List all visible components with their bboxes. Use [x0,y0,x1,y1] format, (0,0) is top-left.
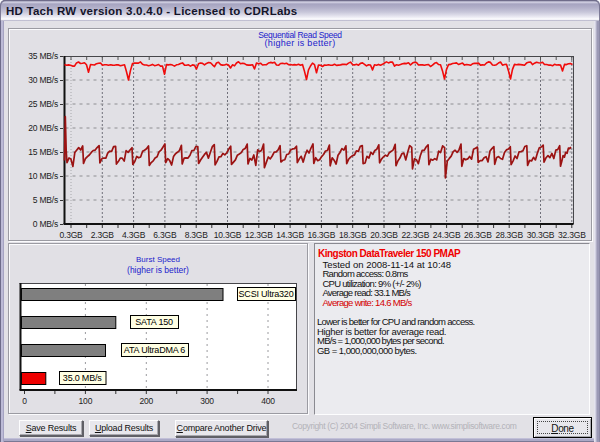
svg-text:20.3GB: 20.3GB [370,230,398,240]
svg-text:SATA 150: SATA 150 [135,317,173,327]
svg-text:0.3GB: 0.3GB [59,230,83,240]
svg-text:28.3GB: 28.3GB [495,230,523,240]
svg-text:0 MB/s: 0 MB/s [33,219,58,229]
svg-text:14.3GB: 14.3GB [276,230,304,240]
svg-text:ATA UltraDMA 6: ATA UltraDMA 6 [124,345,186,355]
svg-text:18.3GB: 18.3GB [339,230,367,240]
svg-text:16.3GB: 16.3GB [308,230,336,240]
svg-text:25 MB/s: 25 MB/s [28,99,58,109]
svg-text:100: 100 [79,396,93,406]
svg-text:8.3GB: 8.3GB [185,230,209,240]
svg-text:400: 400 [261,396,275,406]
svg-text:4.3GB: 4.3GB [122,230,146,240]
svg-text:10.3GB: 10.3GB [214,230,242,240]
svg-text:SCSI Ultra320: SCSI Ultra320 [239,289,294,299]
svg-text:6.3GB: 6.3GB [153,230,177,240]
svg-text:12.3GB: 12.3GB [245,230,273,240]
svg-text:5 MB/s: 5 MB/s [33,195,58,205]
svg-text:300: 300 [200,396,214,406]
svg-text:15 MB/s: 15 MB/s [28,147,58,157]
svg-text:35 MB/s: 35 MB/s [28,51,58,61]
svg-text:30 MB/s: 30 MB/s [28,75,58,85]
svg-text:26.3GB: 26.3GB [464,230,492,240]
svg-text:22.3GB: 22.3GB [401,230,429,240]
svg-text:2.3GB: 2.3GB [91,230,115,240]
svg-text:24.3GB: 24.3GB [433,230,461,240]
svg-text:10 MB/s: 10 MB/s [28,171,58,181]
svg-text:200: 200 [140,396,154,406]
svg-text:35.0 MB/s: 35.0 MB/s [63,373,102,383]
svg-text:32.3GB: 32.3GB [558,230,586,240]
svg-text:20 MB/s: 20 MB/s [28,123,58,133]
svg-text:30.3GB: 30.3GB [527,230,555,240]
svg-text:0: 0 [22,396,27,406]
